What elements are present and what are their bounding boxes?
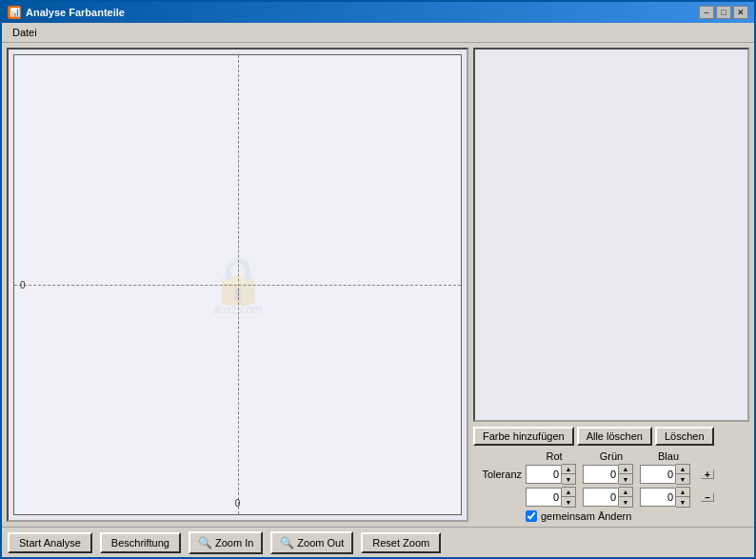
col-rot-label: Rot: [526, 450, 583, 462]
main-window: 📊 Analyse Farbanteile – □ ✕ Datei 0 0 🔒: [0, 0, 756, 559]
blau-spin-btns-2: ▲ ▼: [676, 487, 690, 508]
menu-bar: Datei: [2, 23, 754, 43]
gruen-spin-up-2[interactable]: ▲: [619, 488, 632, 497]
menu-datei[interactable]: Datei: [7, 25, 43, 40]
blau-spinner-2: ▲ ▼: [640, 487, 697, 508]
rot-spinner-2: ▲ ▼: [526, 487, 583, 508]
title-buttons: – □ ✕: [699, 6, 748, 19]
zoom-out-label: Zoom Out: [297, 537, 344, 549]
title-bar: 📊 Analyse Farbanteile – □ ✕: [2, 2, 754, 23]
minus-col: –: [701, 492, 714, 502]
color-list: [473, 48, 749, 422]
minus-button[interactable]: –: [701, 492, 714, 502]
zoom-out-button[interactable]: 🔍 Zoom Out: [270, 531, 353, 554]
gruen-spin-up-1[interactable]: ▲: [619, 465, 632, 474]
gruen-spin-btns-2: ▲ ▼: [619, 487, 633, 508]
chart-inner: 0 0 🔒 anxz.com: [13, 54, 462, 515]
zoom-in-label: Zoom In: [215, 537, 253, 549]
tolerance-header: Rot Grün Blau: [473, 450, 749, 462]
plus-button[interactable]: +: [701, 469, 714, 479]
gruen-spin-down-1[interactable]: ▼: [619, 474, 632, 484]
window-title: Analyse Farbanteile: [26, 7, 125, 18]
zoom-out-icon: 🔍: [280, 536, 294, 549]
farbe-hinzufuegen-button[interactable]: Farbe hinzufügen: [473, 427, 574, 446]
rot-value-1[interactable]: [526, 465, 562, 484]
gruen-spin-btns-1: ▲ ▼: [619, 464, 633, 485]
gemeinsam-row: gemeinsam Ändern: [473, 510, 749, 522]
x-axis-label: 0: [235, 498, 241, 509]
alle-loeschen-button[interactable]: Alle löschen: [577, 427, 652, 446]
col-gruen-label: Grün: [583, 450, 640, 462]
bottom-bar: Start Analyse Beschriftung 🔍 Zoom In 🔍 Z…: [2, 527, 754, 557]
blau-value-1[interactable]: [640, 465, 676, 484]
zoom-in-button[interactable]: 🔍 Zoom In: [189, 531, 263, 554]
reset-zoom-button[interactable]: Reset Zoom: [361, 532, 441, 553]
title-bar-left: 📊 Analyse Farbanteile: [8, 6, 125, 19]
blau-spin-btns-1: ▲ ▼: [676, 464, 690, 485]
left-panel: 0 0 🔒 anxz.com: [7, 48, 468, 522]
rot-spinner-1: ▲ ▼: [526, 464, 583, 485]
blau-spin-up-1[interactable]: ▲: [676, 465, 689, 474]
close-button[interactable]: ✕: [733, 6, 748, 19]
maximize-button[interactable]: □: [716, 6, 731, 19]
right-panel: Farbe hinzufügen Alle löschen Löschen Ro…: [473, 48, 749, 522]
tolerance-section: Rot Grün Blau Toleranz ▲ ▼: [473, 450, 749, 522]
blau-spin-up-2[interactable]: ▲: [676, 488, 689, 497]
color-action-buttons: Farbe hinzufügen Alle löschen Löschen: [473, 427, 749, 446]
rot-spin-btns-2: ▲ ▼: [562, 487, 576, 508]
tolerance-row-2: ▲ ▼ ▲ ▼ ▲: [473, 487, 749, 508]
minimize-button[interactable]: –: [699, 6, 714, 19]
gruen-value-1[interactable]: [583, 465, 619, 484]
start-analyse-button[interactable]: Start Analyse: [8, 532, 92, 553]
rot-spin-up-1[interactable]: ▲: [562, 465, 575, 474]
blau-spinner-1: ▲ ▼: [640, 464, 697, 485]
gemeinsam-label: gemeinsam Ändern: [541, 510, 631, 522]
loeschen-button[interactable]: Löschen: [655, 427, 714, 446]
blau-spin-down-2[interactable]: ▼: [676, 497, 689, 507]
blau-spin-down-1[interactable]: ▼: [676, 474, 689, 484]
main-content: 0 0 🔒 anxz.com Farbe hinzufügen Alle lös…: [2, 43, 754, 527]
rot-spin-down-2[interactable]: ▼: [562, 497, 575, 507]
gruen-value-2[interactable]: [583, 488, 619, 507]
zoom-in-icon: 🔍: [198, 536, 212, 549]
gruen-spin-down-2[interactable]: ▼: [619, 497, 632, 507]
y-axis-label: 0: [20, 280, 26, 290]
beschriftung-button[interactable]: Beschriftung: [100, 532, 181, 553]
vertical-axis-line: [238, 55, 239, 514]
app-icon: 📊: [8, 6, 21, 19]
chart-area: 0 0 🔒 anxz.com: [7, 48, 468, 522]
plus-minus-col: +: [701, 469, 714, 479]
rot-value-2[interactable]: [526, 488, 562, 507]
gruen-spinner-2: ▲ ▼: [583, 487, 640, 508]
tolerance-row-1: Toleranz ▲ ▼ ▲ ▼: [473, 464, 749, 485]
gruen-spinner-1: ▲ ▼: [583, 464, 640, 485]
col-blau-label: Blau: [640, 450, 697, 462]
rot-spin-btns-1: ▲ ▼: [562, 464, 576, 485]
toleranz-label: Toleranz: [473, 469, 526, 480]
blau-value-2[interactable]: [640, 488, 676, 507]
gemeinsam-checkbox[interactable]: [526, 510, 537, 522]
rot-spin-down-1[interactable]: ▼: [562, 474, 575, 484]
rot-spin-up-2[interactable]: ▲: [562, 488, 575, 497]
